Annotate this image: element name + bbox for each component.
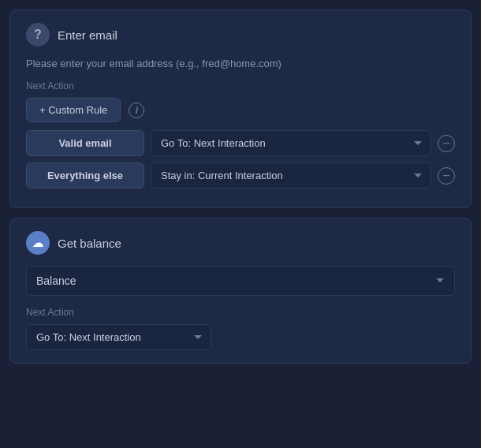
everything-else-label: Everything else — [26, 162, 144, 189]
balance-section-header: ☁ Get balance — [26, 231, 455, 255]
balance-section: ☁ Get balance Balance Next Action Go To:… — [9, 218, 472, 364]
next-action-label-2: Next Action — [26, 307, 455, 318]
email-description: Please enter your email address (e.g., f… — [26, 58, 455, 69]
email-section-title: Enter email — [58, 28, 117, 42]
cloud-icon: ☁ — [26, 231, 50, 255]
email-section-header: ? Enter email — [26, 23, 455, 47]
everything-else-rule-row: Everything else Go To: Next Interaction … — [26, 162, 455, 189]
valid-email-rule-row: Valid email Go To: Next Interaction Stay… — [26, 130, 455, 156]
custom-rule-button[interactable]: + Custom Rule — [26, 98, 121, 122]
balance-section-title: Get balance — [58, 237, 121, 250]
email-section: ? Enter email Please enter your email ad… — [9, 9, 472, 208]
valid-email-action-select[interactable]: Go To: Next Interaction Stay in: Current… — [151, 130, 431, 156]
everything-else-remove-button[interactable]: − — [438, 167, 455, 185]
valid-email-remove-button[interactable]: − — [438, 135, 455, 152]
question-icon: ? — [26, 23, 50, 47]
balance-select[interactable]: Balance — [26, 266, 455, 296]
info-icon[interactable]: i — [129, 103, 144, 118]
valid-email-label: Valid email — [26, 130, 144, 156]
next-action-label-1: Next Action — [26, 80, 455, 91]
everything-else-action-select[interactable]: Go To: Next Interaction Stay in: Current… — [151, 162, 431, 189]
custom-rule-row: + Custom Rule i — [26, 98, 455, 122]
balance-next-action-select[interactable]: Go To: Next Interaction Stay in: Current… — [26, 324, 211, 350]
